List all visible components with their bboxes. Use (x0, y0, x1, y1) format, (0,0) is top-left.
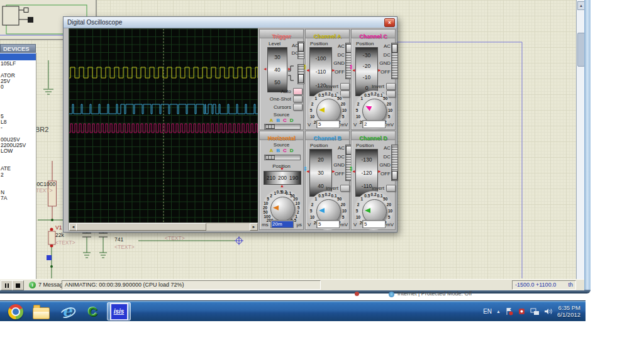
device-list-item[interactable] (0, 96, 36, 102)
source-letter[interactable]: D (290, 118, 294, 123)
channel-b-gain-value[interactable]: 5 (316, 220, 340, 228)
hscroll-thumb[interactable] (76, 223, 206, 231)
clock[interactable]: 6:35 PM 6/1/2012 (557, 304, 580, 318)
device-list-item[interactable]: 00U25V (0, 137, 36, 143)
device-list-item[interactable] (0, 155, 36, 160)
cursors-button[interactable]: Cursors (262, 103, 303, 111)
timebase-value[interactable]: 20m (270, 220, 294, 228)
coupling-labels[interactable]: ACDCGNDOFF (331, 144, 345, 178)
switch-thumb[interactable] (298, 74, 304, 83)
slider-thumb[interactable] (392, 171, 397, 180)
horizontal-position-wheel[interactable]: 210200190 (264, 171, 301, 185)
led-button[interactable] (340, 83, 350, 90)
device-list-item[interactable] (0, 90, 36, 96)
wheel-value: 210 (267, 175, 275, 181)
device-list-item[interactable]: 0 (0, 84, 36, 90)
invert-button[interactable]: Invert (368, 82, 396, 90)
schematic-vscrollbar[interactable]: ▲ (576, 0, 585, 290)
trigger-title: Trigger (272, 33, 291, 40)
horizontal-source-slider[interactable] (264, 155, 301, 160)
led-button[interactable] (293, 88, 303, 95)
knob-scale-label: 10 (264, 200, 268, 205)
channel-c-gain-value[interactable]: 2 (362, 120, 386, 128)
led-button[interactable] (293, 104, 303, 111)
source-letter[interactable]: B (276, 148, 280, 153)
device-list-item[interactable] (0, 102, 36, 107)
knob-face[interactable] (362, 99, 387, 123)
oscilloscope-titlebar[interactable]: Digital Oscilloscope x (64, 17, 397, 28)
channel-c-coupling-slider[interactable] (391, 43, 398, 79)
source-letter[interactable]: D (290, 148, 294, 153)
device-list-item[interactable]: 7A (0, 195, 36, 201)
coupling-labels[interactable]: ACDCGNDOFF (377, 144, 391, 178)
auto-button[interactable]: Auto (262, 87, 303, 96)
network-icon[interactable] (530, 307, 540, 315)
tray-app-icon[interactable] (518, 307, 526, 315)
device-list-item[interactable] (0, 178, 36, 184)
language-indicator[interactable]: EN (483, 308, 492, 315)
source-letter[interactable]: A (269, 118, 273, 123)
device-list-item[interactable]: LOW (0, 148, 36, 154)
slider-thumb[interactable] (265, 124, 275, 129)
channel-b-trace-arrow[interactable]: ▲▼ (303, 166, 307, 172)
device-list-item[interactable]: 2200U25V (0, 143, 36, 148)
channel-c-trace-arrow[interactable]: ▲▼ (349, 64, 353, 70)
one-shot-button[interactable]: One-Shot (262, 96, 303, 104)
led-button[interactable] (386, 83, 396, 90)
device-list-item[interactable] (0, 184, 36, 189)
source-letter[interactable]: C (283, 118, 287, 123)
channel-a-trace-arrow[interactable]: ▲▼ (303, 64, 307, 70)
device-list[interactable]: 105LFATOR25V05L8-00U25V2200U25VLOWATE2N7… (0, 53, 36, 279)
wheel-value: -100 (315, 55, 326, 62)
knob-pointer (316, 107, 325, 112)
device-selected-row[interactable] (0, 53, 36, 60)
channel-a-gain-value[interactable]: 5 (316, 120, 340, 128)
hidden-icons-chevron[interactable]: ▲ (496, 309, 501, 314)
device-list-item[interactable] (0, 67, 36, 72)
invert-button[interactable]: Invert (322, 82, 350, 90)
position-label: Position (356, 41, 374, 47)
taskbar-isis-button[interactable]: isis (107, 302, 131, 321)
device-list-item[interactable] (0, 107, 36, 113)
led-button[interactable] (293, 96, 303, 102)
source-letter[interactable]: B (276, 118, 280, 123)
source-letter[interactable]: A (269, 148, 273, 153)
device-list-item[interactable]: - (0, 125, 36, 131)
close-icon[interactable]: x (384, 18, 395, 27)
device-list-item[interactable] (0, 131, 36, 137)
device-list-item[interactable]: L8 (0, 119, 36, 125)
device-list-item[interactable]: 25V (0, 79, 36, 84)
taskbar-explorer-button[interactable] (29, 302, 53, 321)
trigger-coupling-switch[interactable] (297, 41, 304, 59)
device-list-item[interactable]: 105LF (0, 61, 36, 67)
pause-button[interactable] (1, 280, 13, 290)
taskbar-chrome-button[interactable] (4, 302, 28, 321)
trigger-source-slider[interactable] (264, 124, 301, 129)
channel-d-gain-value[interactable]: 5 (362, 220, 386, 228)
device-list-item[interactable]: 5 (0, 114, 36, 119)
position-label: Position (310, 143, 328, 148)
device-list-item[interactable]: N (0, 190, 36, 195)
switch-thumb[interactable] (298, 43, 304, 52)
taskbar-media-button[interactable] (82, 302, 106, 321)
stop-button[interactable] (12, 280, 24, 290)
device-list-item[interactable]: ATE (0, 166, 36, 172)
slider-thumb[interactable] (265, 155, 275, 160)
scope-screen[interactable] (69, 28, 258, 223)
channel-d-trace-arrow[interactable]: ▲▼ (349, 166, 353, 172)
coupling-labels[interactable]: ACDCGNDOFF (331, 42, 345, 76)
device-list-item[interactable]: 2 (0, 172, 36, 178)
slider-thumb[interactable] (392, 44, 397, 53)
coupling-labels[interactable]: ACDCGNDOFF (377, 42, 391, 76)
volume-icon[interactable] (544, 307, 553, 315)
source-letter[interactable]: C (283, 148, 287, 153)
scope-hscrollbar[interactable]: ◄ ► (69, 222, 258, 231)
device-list-item[interactable]: ATOR (0, 73, 36, 79)
channel-d-coupling-slider[interactable] (391, 145, 398, 181)
device-list-item[interactable] (0, 160, 36, 166)
scroll-right-icon[interactable]: ► (250, 223, 258, 231)
action-center-flag-icon[interactable] (505, 307, 513, 315)
button-label: Invert (326, 84, 338, 89)
taskbar-ie-button[interactable] (55, 302, 79, 321)
trigger-coupling-labels[interactable]: ACDC (285, 42, 299, 57)
